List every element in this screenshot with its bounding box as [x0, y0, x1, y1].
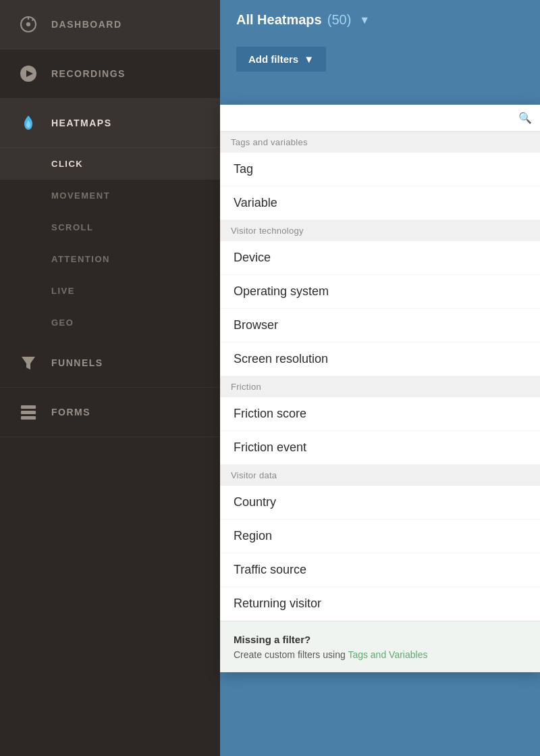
svg-rect-8 [21, 405, 36, 409]
main-content: All Heatmaps (50) ▼ Add filters ▼ 🔍 Tags… [220, 0, 540, 756]
missing-filter-title: Missing a filter? [234, 634, 526, 645]
funnels-icon [16, 351, 40, 375]
search-icon: 🔍 [518, 111, 532, 124]
heatmaps-icon [16, 111, 40, 135]
svg-rect-9 [21, 411, 36, 414]
filter-search-container: 🔍 [220, 105, 540, 132]
filter-item-region[interactable]: Region [220, 520, 540, 553]
subitem-label-attention: ATTENTION [51, 254, 110, 264]
sidebar-item-label-dashboard: DASHBOARD [51, 19, 122, 30]
sidebar-subitem-live[interactable]: LIVE [0, 275, 220, 307]
filter-search-input[interactable] [228, 112, 518, 124]
filter-item-browser[interactable]: Browser [220, 309, 540, 343]
title-dropdown-arrow[interactable]: ▼ [359, 14, 370, 26]
sidebar-item-recordings[interactable]: RECORDINGS [0, 49, 220, 99]
sidebar-item-dashboard[interactable]: DASHBOARD [0, 0, 220, 49]
filter-item-friction-score[interactable]: Friction score [220, 397, 540, 431]
sidebar-subitem-scroll[interactable]: SCROLL [0, 211, 220, 243]
main-title: All Heatmaps (50) ▼ [236, 12, 370, 28]
recordings-icon [16, 61, 40, 86]
sidebar-item-forms[interactable]: FORMS [0, 388, 220, 437]
sidebar-item-label-recordings: RECORDINGS [51, 68, 126, 79]
add-filters-label: Add filters [248, 53, 298, 65]
subitem-label-movement: MOVEMENT [51, 191, 110, 201]
filter-item-traffic-source[interactable]: Traffic source [220, 553, 540, 587]
add-filters-arrow-icon: ▼ [304, 53, 314, 65]
sidebar-item-label-funnels: FUNNELS [51, 357, 103, 368]
sidebar: DASHBOARD RECORDINGS HEATMAPS CLICK MOVE… [0, 0, 220, 756]
dropdown-footer: Missing a filter? Create custom filters … [220, 621, 540, 672]
filter-item-tag[interactable]: Tag [220, 153, 540, 186]
sidebar-item-label-heatmaps: HEATMAPS [51, 118, 112, 128]
main-header: All Heatmaps (50) ▼ [220, 0, 540, 40]
heatmap-count: (50) [327, 12, 352, 28]
svg-line-3 [32, 19, 34, 21]
section-header-friction: Friction [220, 376, 540, 397]
svg-marker-7 [22, 357, 35, 370]
filter-item-country[interactable]: Country [220, 486, 540, 520]
sidebar-subitem-geo[interactable]: GEO [0, 307, 220, 338]
svg-rect-10 [21, 416, 36, 420]
filter-item-operating-system[interactable]: Operating system [220, 275, 540, 309]
section-header-visitor-data: Visitor data [220, 465, 540, 486]
sidebar-item-funnels[interactable]: FUNNELS [0, 338, 220, 388]
sidebar-item-heatmaps[interactable]: HEATMAPS [0, 99, 220, 148]
tags-variables-link[interactable]: Tags and Variables [348, 649, 427, 660]
section-header-tags-variables: Tags and variables [220, 132, 540, 153]
filter-item-screen-resolution[interactable]: Screen resolution [220, 343, 540, 376]
subitem-label-click: CLICK [51, 159, 83, 169]
missing-filter-description: Create custom filters using Tags and Var… [234, 649, 526, 660]
subitem-label-live: LIVE [51, 286, 75, 296]
filter-item-variable[interactable]: Variable [220, 186, 540, 220]
forms-icon [16, 400, 40, 424]
sidebar-subitem-click[interactable]: CLICK [0, 148, 220, 180]
filter-item-returning-visitor[interactable]: Returning visitor [220, 587, 540, 621]
sidebar-subitem-attention[interactable]: ATTENTION [0, 243, 220, 275]
filters-dropdown: 🔍 Tags and variables Tag Variable Visito… [220, 105, 540, 672]
sidebar-subitem-movement[interactable]: MOVEMENT [0, 180, 220, 211]
filter-item-friction-event[interactable]: Friction event [220, 431, 540, 465]
add-filters-button[interactable]: Add filters ▼ [236, 47, 326, 72]
page-title: All Heatmaps [236, 12, 322, 28]
section-header-visitor-technology: Visitor technology [220, 220, 540, 241]
dashboard-icon [16, 12, 40, 36]
sidebar-item-label-forms: FORMS [51, 407, 90, 418]
subitem-label-scroll: SCROLL [51, 222, 93, 232]
filter-item-device[interactable]: Device [220, 241, 540, 275]
subitem-label-geo: GEO [51, 318, 74, 328]
